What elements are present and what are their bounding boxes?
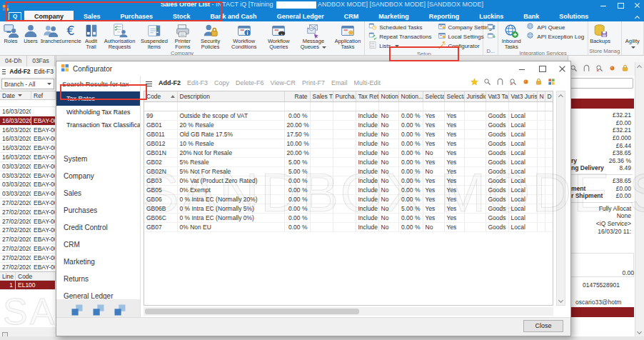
- tab-company[interactable]: Company: [24, 11, 74, 21]
- filter-cell[interactable]: [464, 101, 485, 111]
- ribbon-branches[interactable]: Branches: [41, 22, 61, 44]
- sidebar-section-system[interactable]: System: [56, 150, 140, 167]
- ribbon-win-down[interactable]: [485, 32, 497, 41]
- close-icon[interactable]: [634, 1, 641, 9]
- order-row[interactable]: 27/02/2020EBAY-00: [0, 235, 56, 244]
- filter-cell[interactable]: [545, 101, 553, 111]
- tax-rate-row[interactable]: GB06B0 % Intra EC (Normally 5%)0.00 %Inc…: [144, 204, 553, 213]
- tab-general-ledger[interactable]: General Ledger: [267, 11, 334, 21]
- grid-filter-row[interactable]: [144, 101, 553, 111]
- plugin-icon[interactable]: [548, 78, 555, 87]
- tax-rate-row[interactable]: 99Outside the scope of VAT0.00 %IncludeN…: [144, 111, 553, 120]
- order-row[interactable]: 16/03/2020EBAY-00: [0, 134, 56, 144]
- column-header-notion[interactable]: Notion...: [398, 91, 423, 101]
- order-row[interactable]: 16/03/2020EBAY-00: [0, 116, 56, 126]
- grid-menu-icon[interactable]: [146, 81, 152, 86]
- order-row[interactable]: 16/03/2020EBAY-00: [0, 153, 56, 162]
- order-row[interactable]: 16/03/2020: [0, 107, 56, 116]
- sidebar-item-withholding-tax-rates[interactable]: Withholding Tax Rates: [56, 106, 140, 119]
- filter-cell[interactable]: [537, 101, 545, 111]
- column-header-ref[interactable]: Ref: [31, 91, 56, 99]
- order-row[interactable]: 16/03/2020EBAY-00: [0, 126, 56, 135]
- column-header-n[interactable]: N: [537, 91, 545, 101]
- sidebar-section-credit-control[interactable]: Credit Control: [56, 219, 140, 236]
- star-icon[interactable]: [471, 78, 478, 87]
- order-row[interactable]: 03/03/2020EBAY-00: [0, 180, 56, 189]
- magnifier-icon[interactable]: [483, 78, 491, 87]
- close-button[interactable]: Close: [523, 320, 563, 332]
- scroll-down-icon[interactable]: [638, 330, 642, 334]
- magnifier-clear-icon[interactable]: [509, 78, 517, 87]
- grid-action-add-f2[interactable]: Add-F2: [159, 79, 181, 86]
- column-header-sales-t[interactable]: Sales T...: [310, 91, 333, 101]
- column-header-jurisdic[interactable]: Jurisdic...: [464, 91, 485, 101]
- grid-action-view-cr[interactable]: View-CR: [271, 79, 296, 86]
- column-header-vat3-ta[interactable]: Vat3 Ta...: [485, 91, 508, 101]
- filter-cell[interactable]: [423, 101, 444, 111]
- tax-rate-row[interactable]: GB025% Resale5.00 %IncludeNo0.00 %YesYes…: [144, 157, 553, 166]
- tab-crm[interactable]: CRM: [334, 11, 369, 21]
- tab-sales[interactable]: Sales: [74, 11, 111, 21]
- grid-action-edit-f3[interactable]: Edit-F3: [187, 79, 208, 86]
- ribbon-scheduled-tasks[interactable]: Scheduled Tasks: [367, 23, 433, 31]
- ribbon-currencies[interactable]: €Currencies: [61, 22, 81, 44]
- ribbon-repeat-transactions[interactable]: Repeat Transactions: [367, 32, 433, 41]
- column-header-selecta[interactable]: Selecta...: [423, 91, 444, 101]
- orders-filter-row[interactable]: [0, 100, 56, 107]
- grid-action-multi-edit[interactable]: Multi-Edit: [353, 79, 381, 86]
- tab-solutions[interactable]: Solutions: [549, 11, 598, 21]
- grid-action-email[interactable]: Email: [331, 79, 348, 86]
- ribbon-authorisation-requests[interactable]: Authorisation Requests: [101, 22, 139, 50]
- column-header-rate[interactable]: Rate: [284, 91, 310, 101]
- order-row[interactable]: 27/02/2020EBAY-00: [0, 244, 56, 254]
- order-row[interactable]: 27/02/2020EBAY-00: [0, 208, 56, 217]
- doc-tab-04-dh[interactable]: 04-Dh: [0, 56, 27, 66]
- sidebar-section-sales[interactable]: Sales: [56, 184, 140, 201]
- filter-cell[interactable]: [356, 101, 378, 111]
- line-row[interactable]: 1EL100: [0, 281, 56, 290]
- sidebar-item-transaction-tax-classifications[interactable]: Transaction Tax Classifications: [56, 119, 140, 131]
- filter-cell[interactable]: [333, 101, 356, 111]
- branch-filter-select[interactable]: Branch - All: [1, 79, 54, 89]
- filter-cell[interactable]: [444, 101, 464, 111]
- orders-edit-button[interactable]: Edit-F3: [34, 68, 54, 76]
- column-header-d[interactable]: D: [545, 91, 553, 101]
- tax-rate-row[interactable]: GB01210 % Resale10.00 %IncludeNo0.00 %Ye…: [144, 139, 553, 148]
- ribbon-agility[interactable]: Agility: [623, 22, 643, 50]
- tax-rate-row[interactable]: GB050% Exempt0.00 %IncludeNo0.00 %YesYes…: [144, 185, 553, 194]
- tax-rate-row[interactable]: GB060 % Intra EC (Normally 20%)0.00 %Inc…: [144, 194, 553, 204]
- orders-add-button[interactable]: Add-F2: [9, 68, 30, 76]
- tab-marketing[interactable]: Marketing: [368, 11, 419, 21]
- ribbon-audit-trail[interactable]: Audit Trail: [81, 22, 101, 50]
- tab-purchases[interactable]: Purchases: [111, 11, 163, 21]
- column-header-code[interactable]: Code: [144, 91, 177, 101]
- detail-input[interactable]: [570, 78, 633, 89]
- tab-bank[interactable]: Bank: [513, 11, 549, 21]
- ribbon-lists[interactable]: Lists: [367, 41, 433, 50]
- order-row[interactable]: 27/02/2020EBAY-00: [0, 263, 56, 272]
- filter-cell[interactable]: [378, 101, 398, 111]
- tax-rate-row[interactable]: GB011Old GB Rate 17.5%17.50 %IncludeNo0.…: [144, 129, 553, 139]
- order-row[interactable]: 03/03/2020EBAY-00: [0, 189, 56, 199]
- ribbon-application-tasks[interactable]: Application Tasks: [332, 22, 363, 50]
- lock-icon[interactable]: [621, 62, 629, 75]
- sidebar-section-crm[interactable]: CRM: [56, 236, 140, 253]
- filter-cell[interactable]: [508, 101, 537, 111]
- filter-cell[interactable]: [177, 101, 284, 111]
- ribbon-inbound-tasks[interactable]: Inbound Tasks: [499, 22, 523, 50]
- tax-rate-row[interactable]: GB0120 % Resale20.00 %IncludeNo0.00 %Yes…: [144, 120, 553, 129]
- grid-vscrollbar[interactable]: [556, 91, 565, 306]
- tab-bank-and-cash[interactable]: Bank and Cash: [201, 11, 267, 21]
- grid-scroll-up-icon[interactable]: [559, 94, 563, 98]
- tax-rate-row[interactable]: GB070% Non EU0.00 %IncludeNo0.00 %NoYesG…: [144, 222, 553, 231]
- grid-scroll-down-icon[interactable]: [559, 299, 563, 303]
- order-row[interactable]: 03/03/2020EBAY-00: [0, 162, 56, 171]
- ribbon-message-queues[interactable]: Message Queues: [295, 22, 332, 50]
- ribbon-users[interactable]: Users: [21, 22, 41, 44]
- ribbon-api-queue[interactable]: API Queue: [525, 23, 585, 31]
- ribbon-roles[interactable]: Roles: [1, 22, 21, 44]
- dialog-close-icon[interactable]: [559, 65, 566, 72]
- clamp-icon[interactable]: [583, 62, 590, 75]
- order-row[interactable]: 27/02/2020EBAY-00: [0, 254, 56, 263]
- magnifier-clear-icon[interactable]: [595, 62, 603, 75]
